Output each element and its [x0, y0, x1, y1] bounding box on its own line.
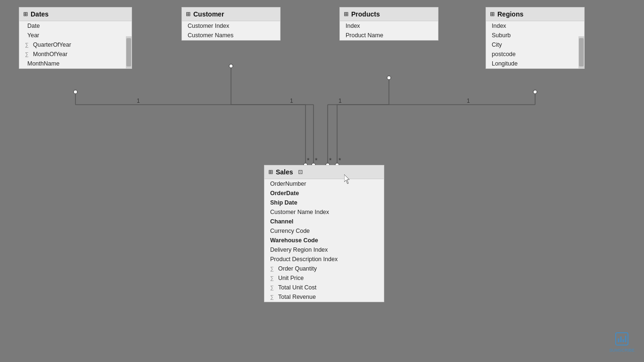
list-item: Longitude: [486, 59, 578, 68]
table-icon: ⊞: [186, 11, 190, 17]
sales-table-expand-icon[interactable]: ⊡: [298, 169, 303, 175]
list-item: ∑ Total Revenue: [264, 292, 384, 302]
table-icon: ⊞: [268, 169, 273, 175]
watermark: SUMSCRIBE: [609, 332, 635, 353]
svg-text:*: *: [315, 156, 318, 164]
list-item: MonthName: [19, 59, 125, 68]
products-table: ⊞ Products Index Product Name: [339, 7, 438, 41]
scrollbar[interactable]: [578, 36, 584, 68]
table-icon: ⊞: [23, 11, 28, 17]
scrollbar-thumb[interactable]: [126, 38, 131, 66]
regions-table-title: Regions: [497, 10, 523, 18]
list-item: Ship Date: [264, 198, 384, 207]
list-item: OrderDate: [264, 189, 384, 198]
dates-table-header: ⊞ Dates: [19, 8, 132, 21]
sigma-icon: ∑: [25, 51, 31, 57]
svg-text:*: *: [339, 156, 341, 164]
sigma-icon: ∑: [270, 275, 276, 281]
sales-table: ⊞ Sales ⊡ OrderNumber OrderDate Ship Dat…: [264, 165, 384, 302]
scrollbar[interactable]: [126, 36, 132, 68]
list-item: Product Name: [340, 31, 438, 40]
customer-table-title: Customer: [193, 10, 224, 18]
list-item: ∑ Order Quantity: [264, 264, 384, 273]
dates-table-title: Dates: [31, 10, 49, 18]
list-item: City: [486, 40, 578, 49]
dates-table: ⊞ Dates Date Year ∑ QuarterOfYear ∑ Mont…: [19, 7, 132, 69]
watermark-text: SUMSCRIBE: [609, 348, 635, 353]
list-item: Channel: [264, 217, 384, 226]
svg-text:*: *: [329, 156, 332, 164]
list-item: postcode: [486, 49, 578, 59]
sales-table-header: ⊞ Sales ⊡: [264, 165, 384, 179]
table-icon: ⊞: [490, 11, 495, 17]
products-table-title: Products: [351, 10, 380, 18]
list-item: Index: [486, 21, 578, 31]
list-item: ∑ QuarterOfYear: [19, 40, 125, 49]
list-item: Suburb: [486, 31, 578, 40]
list-item: Customer Name Index: [264, 207, 384, 217]
sigma-icon: ∑: [270, 285, 276, 290]
svg-point-25: [533, 90, 537, 94]
sales-table-title: Sales: [276, 168, 293, 176]
sigma-icon: ∑: [270, 266, 276, 272]
sigma-icon: ∑: [270, 294, 276, 300]
list-item: Index: [340, 21, 438, 31]
table-icon: ⊞: [344, 11, 348, 17]
svg-text:*: *: [307, 156, 310, 164]
list-item: Delivery Region Index: [264, 245, 384, 255]
list-item: Warehouse Code: [264, 236, 384, 245]
regions-table-header: ⊞ Regions: [486, 8, 584, 21]
list-item: ∑ Unit Price: [264, 273, 384, 283]
list-item: Date: [19, 21, 125, 31]
svg-point-18: [387, 76, 391, 80]
svg-point-11: [229, 64, 233, 68]
svg-text:1: 1: [467, 98, 470, 104]
sigma-icon: ∑: [25, 42, 31, 48]
list-item: ∑ Total Unit Cost: [264, 283, 384, 292]
list-item: Year: [19, 31, 125, 40]
products-table-header: ⊞ Products: [340, 8, 438, 21]
list-item: Customer Names: [182, 31, 280, 40]
customer-table-header: ⊞ Customer: [182, 8, 280, 21]
list-item: Customer Index: [182, 21, 280, 31]
list-item: OrderNumber: [264, 179, 384, 189]
svg-text:1: 1: [137, 98, 140, 104]
regions-table: ⊞ Regions Index Suburb City postcode Lon…: [486, 7, 585, 69]
svg-point-4: [74, 90, 77, 94]
list-item: ∑ MonthOfYear: [19, 49, 125, 59]
watermark-icon: [609, 332, 635, 347]
customer-table: ⊞ Customer Customer Index Customer Names: [182, 7, 281, 41]
list-item: Currency Code: [264, 226, 384, 236]
svg-text:1: 1: [339, 98, 342, 104]
list-item: Product Description Index: [264, 255, 384, 264]
scrollbar-thumb[interactable]: [579, 38, 584, 66]
svg-text:1: 1: [290, 98, 293, 104]
